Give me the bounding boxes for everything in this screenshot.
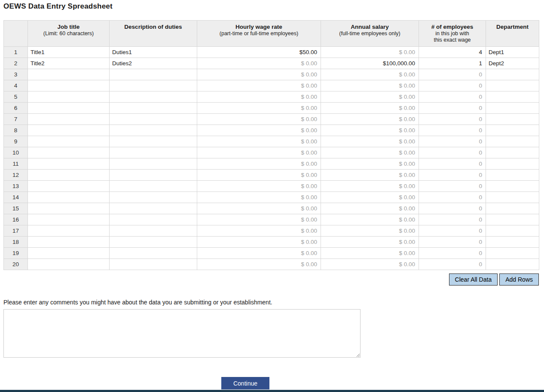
job-title-cell[interactable]: [28, 170, 110, 181]
annual-salary-cell[interactable]: $ 0.00: [321, 259, 419, 270]
hourly-wage-cell[interactable]: $ 0.00: [197, 125, 321, 136]
duties-cell[interactable]: [110, 237, 197, 248]
annual-salary-cell[interactable]: $ 0.00: [321, 192, 419, 203]
annual-salary-cell[interactable]: $ 0.00: [321, 225, 419, 237]
employees-cell[interactable]: 0: [419, 158, 486, 170]
comments-textarea[interactable]: [3, 309, 361, 358]
duties-cell[interactable]: [110, 103, 197, 114]
employees-cell[interactable]: 0: [419, 125, 486, 136]
duties-cell[interactable]: [110, 147, 197, 158]
duties-cell[interactable]: [110, 125, 197, 136]
annual-salary-cell[interactable]: $ 0.00: [321, 80, 419, 91]
department-cell[interactable]: [486, 69, 539, 80]
annual-salary-cell[interactable]: $100,000.00: [321, 58, 419, 69]
employees-cell[interactable]: 4: [419, 47, 486, 58]
employees-cell[interactable]: 0: [419, 259, 486, 270]
employees-cell[interactable]: 0: [419, 114, 486, 125]
hourly-wage-cell[interactable]: $ 0.00: [197, 103, 321, 114]
hourly-wage-cell[interactable]: $ 0.00: [197, 69, 321, 80]
annual-salary-cell[interactable]: $ 0.00: [321, 47, 419, 58]
job-title-cell[interactable]: [28, 114, 110, 125]
employees-cell[interactable]: 0: [419, 214, 486, 225]
job-title-cell[interactable]: [28, 214, 110, 225]
job-title-cell[interactable]: [28, 248, 110, 259]
annual-salary-cell[interactable]: $ 0.00: [321, 125, 419, 136]
duties-cell[interactable]: [110, 170, 197, 181]
duties-cell[interactable]: [110, 248, 197, 259]
employees-cell[interactable]: 0: [419, 103, 486, 114]
annual-salary-cell[interactable]: $ 0.00: [321, 203, 419, 214]
department-cell[interactable]: Dept1: [486, 47, 539, 58]
duties-cell[interactable]: [110, 181, 197, 192]
hourly-wage-cell[interactable]: $ 0.00: [197, 80, 321, 91]
hourly-wage-cell[interactable]: $ 0.00: [197, 181, 321, 192]
job-title-cell[interactable]: [28, 203, 110, 214]
clear-all-data-button[interactable]: Clear All Data: [449, 273, 498, 286]
hourly-wage-cell[interactable]: $ 0.00: [197, 170, 321, 181]
employees-cell[interactable]: 1: [419, 58, 486, 69]
annual-salary-cell[interactable]: $ 0.00: [321, 147, 419, 158]
duties-cell[interactable]: [110, 69, 197, 80]
department-cell[interactable]: [486, 214, 539, 225]
annual-salary-cell[interactable]: $ 0.00: [321, 181, 419, 192]
department-cell[interactable]: [486, 114, 539, 125]
duties-cell[interactable]: [110, 80, 197, 91]
annual-salary-cell[interactable]: $ 0.00: [321, 237, 419, 248]
employees-cell[interactable]: 0: [419, 203, 486, 214]
hourly-wage-cell[interactable]: $ 0.00: [197, 248, 321, 259]
duties-cell[interactable]: Duties2: [110, 58, 197, 69]
duties-cell[interactable]: [110, 91, 197, 103]
employees-cell[interactable]: 0: [419, 80, 486, 91]
department-cell[interactable]: [486, 259, 539, 270]
employees-cell[interactable]: 0: [419, 69, 486, 80]
hourly-wage-cell[interactable]: $ 0.00: [197, 192, 321, 203]
department-cell[interactable]: [486, 147, 539, 158]
job-title-cell[interactable]: [28, 259, 110, 270]
duties-cell[interactable]: [110, 136, 197, 147]
duties-cell[interactable]: [110, 114, 197, 125]
job-title-cell[interactable]: [28, 147, 110, 158]
employees-cell[interactable]: 0: [419, 237, 486, 248]
job-title-cell[interactable]: [28, 103, 110, 114]
annual-salary-cell[interactable]: $ 0.00: [321, 136, 419, 147]
hourly-wage-cell[interactable]: $ 0.00: [197, 259, 321, 270]
duties-cell[interactable]: [110, 259, 197, 270]
employees-cell[interactable]: 0: [419, 225, 486, 237]
job-title-cell[interactable]: [28, 158, 110, 170]
duties-cell[interactable]: Duties1: [110, 47, 197, 58]
department-cell[interactable]: [486, 91, 539, 103]
job-title-cell[interactable]: [28, 225, 110, 237]
duties-cell[interactable]: [110, 192, 197, 203]
duties-cell[interactable]: [110, 158, 197, 170]
department-cell[interactable]: [486, 80, 539, 91]
hourly-wage-cell[interactable]: $ 0.00: [197, 136, 321, 147]
department-cell[interactable]: Dept2: [486, 58, 539, 69]
department-cell[interactable]: [486, 237, 539, 248]
duties-cell[interactable]: [110, 225, 197, 237]
employees-cell[interactable]: 0: [419, 192, 486, 203]
job-title-cell[interactable]: [28, 91, 110, 103]
hourly-wage-cell[interactable]: $ 0.00: [197, 237, 321, 248]
hourly-wage-cell[interactable]: $ 0.00: [197, 58, 321, 69]
annual-salary-cell[interactable]: $ 0.00: [321, 69, 419, 80]
annual-salary-cell[interactable]: $ 0.00: [321, 248, 419, 259]
hourly-wage-cell[interactable]: $ 0.00: [197, 114, 321, 125]
department-cell[interactable]: [486, 170, 539, 181]
employees-cell[interactable]: 0: [419, 147, 486, 158]
job-title-cell[interactable]: [28, 69, 110, 80]
department-cell[interactable]: [486, 225, 539, 237]
department-cell[interactable]: [486, 158, 539, 170]
annual-salary-cell[interactable]: $ 0.00: [321, 170, 419, 181]
department-cell[interactable]: [486, 248, 539, 259]
job-title-cell[interactable]: Title2: [28, 58, 110, 69]
hourly-wage-cell[interactable]: $ 0.00: [197, 158, 321, 170]
department-cell[interactable]: [486, 192, 539, 203]
employees-cell[interactable]: 0: [419, 181, 486, 192]
job-title-cell[interactable]: [28, 181, 110, 192]
department-cell[interactable]: [486, 125, 539, 136]
employees-cell[interactable]: 0: [419, 248, 486, 259]
job-title-cell[interactable]: [28, 192, 110, 203]
continue-button[interactable]: Continue: [221, 377, 269, 389]
job-title-cell[interactable]: [28, 237, 110, 248]
hourly-wage-cell[interactable]: $ 0.00: [197, 214, 321, 225]
